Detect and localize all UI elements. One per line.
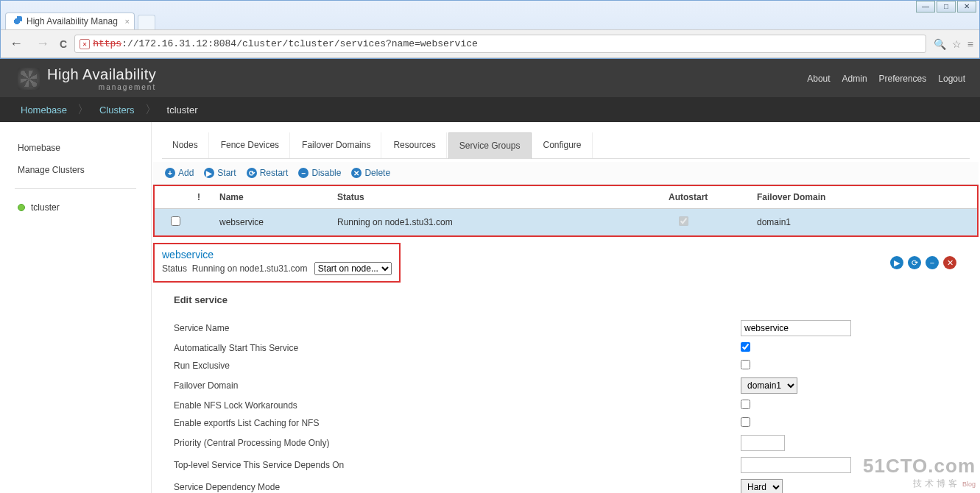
row-name: webservice — [214, 216, 331, 229]
checkbox-nfs-lock[interactable] — [741, 400, 750, 409]
header-link-preferences[interactable]: Preferences — [879, 74, 927, 84]
breadcrumb: Homebase 〉 Clusters 〉 tcluster — [0, 97, 980, 122]
input-depends-on[interactable] — [741, 457, 851, 473]
col-autostart: Autostart — [663, 191, 751, 204]
tab-failover-domains[interactable]: Failover Domains — [292, 132, 381, 158]
row-failover-domain: domain1 — [751, 216, 898, 229]
detail-refresh-icon[interactable]: ⟳ — [908, 256, 921, 269]
row-autostart-checkbox — [679, 216, 688, 226]
tab-title: High Availability Manag — [27, 16, 118, 26]
label-failover-domain: Failover Domain — [174, 380, 741, 391]
action-disable[interactable]: −Disable — [298, 168, 341, 178]
action-add[interactable]: +Add — [165, 168, 194, 178]
row-status: Running on node1.stu31.com — [331, 216, 663, 229]
address-bar[interactable]: ✕ https://172.16.31.12:8084/cluster/tclu… — [74, 35, 926, 53]
checkbox-autostart[interactable] — [741, 342, 750, 352]
chevron-right-icon: 〉 — [77, 102, 89, 118]
detail-start-icon[interactable]: ▶ — [890, 256, 903, 269]
brand-subtitle: management — [47, 83, 156, 91]
label-priority: Priority (Central Processing Mode Only) — [174, 438, 741, 448]
section-title: Edit service — [174, 294, 958, 305]
new-tab-button[interactable] — [138, 15, 155, 29]
checkbox-exportfs[interactable] — [741, 417, 750, 427]
tab-close-icon[interactable]: × — [124, 17, 129, 26]
start-on-node-select[interactable]: Start on node... — [314, 262, 392, 275]
label-service-name: Service Name — [174, 323, 741, 333]
minus-icon: − — [298, 168, 309, 178]
label-nfs-lock: Enable NFS Lock Workarounds — [174, 400, 741, 411]
action-start[interactable]: ▶Start — [204, 168, 236, 178]
favicon-icon — [12, 16, 22, 26]
label-depends-on: Top-level Service This Service Depends O… — [174, 460, 741, 470]
row-select-checkbox[interactable] — [171, 216, 180, 226]
detail-delete-icon[interactable]: ✕ — [943, 256, 956, 269]
breadcrumb-homebase[interactable]: Homebase — [10, 104, 77, 116]
insecure-icon: ✕ — [80, 39, 90, 49]
header-link-admin[interactable]: Admin — [842, 74, 867, 84]
select-dep-mode[interactable]: Hard — [741, 479, 783, 493]
back-button[interactable]: ← — [7, 36, 26, 52]
sidebar-cluster-item[interactable]: tcluster — [0, 196, 151, 219]
tab-service-groups[interactable]: Service Groups — [448, 132, 532, 159]
refresh-icon: ⟳ — [247, 168, 257, 178]
table-row[interactable]: webservice Running on node1.stu31.com do… — [155, 209, 977, 235]
chevron-right-icon: 〉 — [145, 102, 157, 118]
header-link-logout[interactable]: Logout — [938, 74, 965, 84]
tab-resources[interactable]: Resources — [383, 132, 446, 158]
label-run-exclusive: Run Exclusive — [174, 361, 741, 371]
status-dot-icon — [18, 204, 25, 211]
window-maximize-button[interactable]: □ — [937, 1, 956, 13]
menu-icon[interactable]: ≡ — [967, 38, 973, 50]
search-icon[interactable]: 🔍 — [934, 38, 946, 50]
status-label: Status — [162, 263, 187, 274]
reload-button[interactable]: C — [60, 38, 67, 50]
col-status: Status — [331, 191, 663, 204]
sidebar-homebase[interactable]: Homebase — [0, 137, 151, 159]
browser-tab[interactable]: High Availability Manag × — [5, 13, 135, 29]
sidebar-cluster-label: tcluster — [31, 202, 60, 213]
tab-fence-devices[interactable]: Fence Devices — [211, 132, 290, 158]
url-scheme: https — [93, 38, 121, 49]
col-priority: ! — [191, 191, 214, 204]
bookmark-icon[interactable]: ☆ — [952, 38, 962, 50]
label-exportfs: Enable exportfs List Caching for NFS — [174, 418, 741, 428]
col-failover-domain: Failover Domain — [751, 191, 898, 204]
input-service-name[interactable] — [741, 320, 851, 336]
label-dep-mode: Service Dependency Mode — [174, 482, 741, 492]
breadcrumb-clusters[interactable]: Clusters — [89, 104, 145, 116]
window-close-button[interactable]: ✕ — [957, 1, 976, 13]
status-value: Running on node1.stu31.com — [192, 263, 308, 274]
forward-button[interactable]: → — [33, 36, 52, 52]
col-name: Name — [214, 191, 331, 204]
breadcrumb-current: tcluster — [157, 104, 208, 116]
table-header: ! Name Status Autostart Failover Domain — [155, 185, 977, 209]
select-failover-domain[interactable]: domain1 — [741, 377, 797, 394]
x-icon: ✕ — [351, 168, 362, 178]
action-restart[interactable]: ⟳Restart — [247, 168, 289, 178]
brand-title: High Availability — [47, 66, 156, 83]
tab-configure[interactable]: Configure — [533, 132, 593, 158]
sidebar-separator — [15, 188, 136, 189]
checkbox-run-exclusive[interactable] — [741, 360, 750, 369]
play-icon: ▶ — [204, 168, 214, 178]
plus-icon: + — [165, 168, 175, 178]
brand-logo-icon — [18, 68, 40, 90]
sidebar-manage-clusters[interactable]: Manage Clusters — [0, 159, 151, 181]
window-minimize-button[interactable]: — — [916, 1, 935, 13]
detail-disable-icon[interactable]: − — [926, 256, 939, 269]
url-rest: ://172.16.31.12:8084/cluster/tcluster/se… — [121, 38, 478, 49]
service-detail-title: webservice — [162, 249, 392, 260]
tab-nodes[interactable]: Nodes — [162, 132, 209, 158]
header-link-about[interactable]: About — [807, 74, 830, 84]
input-priority[interactable] — [741, 435, 785, 451]
label-autostart: Automatically Start This Service — [174, 343, 741, 353]
action-delete[interactable]: ✕Delete — [351, 168, 390, 178]
